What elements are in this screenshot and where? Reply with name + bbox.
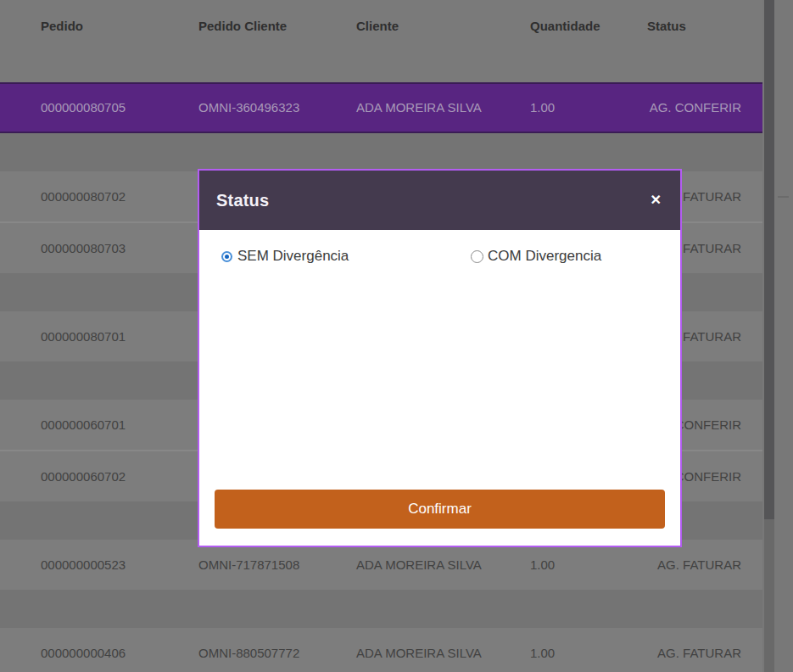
radio-selected-icon[interactable] <box>223 253 231 260</box>
cell-pedido: 000000080702 <box>41 171 126 221</box>
cell-pedido: 000000080701 <box>41 311 126 361</box>
modal-title: Status <box>216 191 269 210</box>
vertical-scrollbar-track[interactable] <box>764 0 774 672</box>
cell-pedido: 000000000406 <box>41 628 126 672</box>
cell-quantidade: 1.00 <box>530 628 555 672</box>
status-modal-body: SEM Divergência COM Divergencia Confirma… <box>199 230 680 546</box>
cell-pedido: 000000080703 <box>41 223 126 273</box>
cell-pedido: 000000000523 <box>41 540 126 590</box>
radio-com-divergencia-label: COM Divergencia <box>488 248 601 265</box>
radio-unselected-icon[interactable] <box>471 250 483 263</box>
cell-pedido: 000000080705 <box>41 84 126 132</box>
status-modal: Status ✕ SEM Divergência COM Divergencia… <box>198 169 682 547</box>
right-pane <box>762 0 793 672</box>
radio-sem-divergencia[interactable]: SEM Divergência <box>221 248 349 265</box>
screen: Pedido Pedido Cliente Cliente Quantidade… <box>0 0 793 672</box>
column-header-pedido-cliente: Pedido Cliente <box>198 19 287 33</box>
table-row[interactable]: 000000000406 OMNI-880507772 ADA MOREIRA … <box>0 628 762 672</box>
cell-pedido: 000000060701 <box>41 400 126 450</box>
confirm-button[interactable]: Confirmar <box>215 490 665 529</box>
vertical-scrollbar-thumb[interactable] <box>764 0 774 519</box>
cell-pedido: 000000060702 <box>41 451 126 501</box>
table-spacer-row <box>0 133 762 171</box>
close-icon[interactable]: ✕ <box>649 190 663 210</box>
column-header-pedido: Pedido <box>41 19 83 33</box>
table-header-row: Pedido Pedido Cliente Cliente Quantidade… <box>0 0 762 82</box>
radio-com-divergencia[interactable]: COM Divergencia <box>471 248 601 265</box>
column-header-cliente: Cliente <box>356 19 399 33</box>
cell-status: AG. CONFERIR <box>650 84 741 132</box>
cell-cliente: ADA MOREIRA SILVA <box>356 84 482 132</box>
table-spacer-row <box>0 590 762 628</box>
table-row[interactable]: 000000080705 OMNI-360496323 ADA MOREIRA … <box>0 82 762 133</box>
cell-pedido-cliente: OMNI-880507772 <box>198 628 299 672</box>
column-header-status: Status <box>647 19 686 33</box>
cell-quantidade: 1.00 <box>530 84 555 132</box>
cell-status: AG. FATURAR <box>657 628 741 672</box>
cell-pedido-cliente: OMNI-360496323 <box>198 84 299 132</box>
status-modal-header: Status ✕ <box>199 171 680 230</box>
divider-dash <box>778 196 789 198</box>
column-header-quantidade: Quantidade <box>530 19 600 33</box>
cell-cliente: ADA MOREIRA SILVA <box>356 628 482 672</box>
radio-sem-divergencia-label: SEM Divergência <box>237 248 349 265</box>
